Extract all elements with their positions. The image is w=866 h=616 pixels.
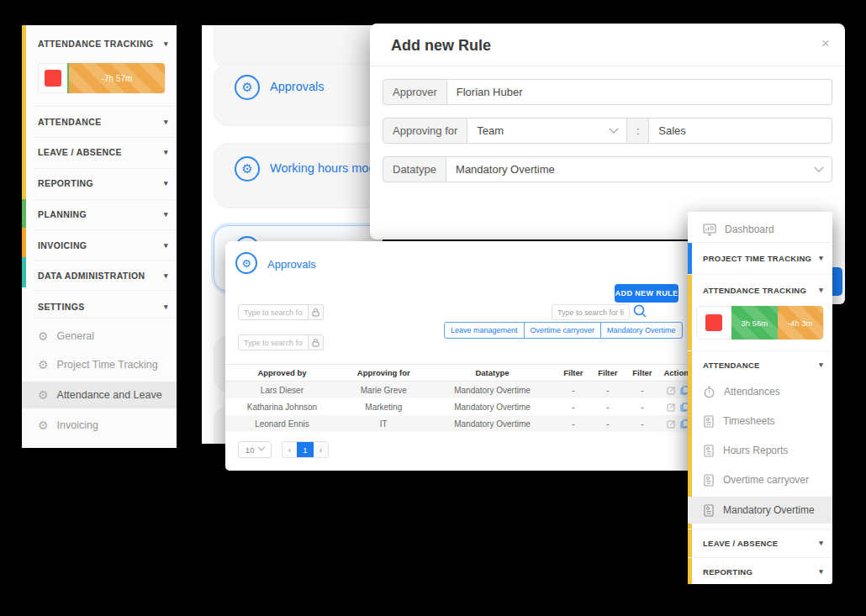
- sidebar-item-reporting[interactable]: REPORTING ▾: [38, 175, 168, 192]
- section-label: ATTENDANCE TRACKING: [703, 286, 806, 295]
- divider: [34, 199, 177, 200]
- strip-data-administration: [22, 257, 26, 287]
- cell-filter: -: [590, 419, 625, 429]
- divider: [34, 290, 177, 291]
- stop-timer-button[interactable]: [705, 314, 722, 331]
- sidebar-item-attendances[interactable]: Attendances: [703, 381, 826, 403]
- sidebar-item-leave-absence[interactable]: LEAVE / ABSENCE ▾: [38, 144, 168, 161]
- sidebar-item-hours-reports[interactable]: Hours Reports: [703, 440, 826, 461]
- document-icon: [703, 415, 715, 428]
- chevron-down-icon: ▾: [819, 361, 823, 369]
- chevron-down-icon: ▾: [164, 148, 168, 156]
- chevron-down-icon: ▾: [164, 210, 168, 218]
- table-row[interactable]: Katharina Johnson Marketing Mandatory Ov…: [225, 398, 698, 415]
- filter-leave-management-button[interactable]: Leave management: [444, 322, 525, 339]
- sidebar-item-leave-absence[interactable]: LEAVE / ABSENCE ▾: [703, 534, 823, 552]
- approver-label: Approver: [383, 79, 447, 105]
- select-value: Team: [477, 124, 504, 137]
- section-label: PLANNING: [38, 209, 87, 219]
- col-filter-3: Filter: [625, 368, 659, 377]
- sidebar-item-attendance-tracking[interactable]: ATTENDANCE TRACKING ▾: [703, 281, 823, 299]
- pager: ‹ 1 ›: [282, 441, 329, 458]
- divider: [688, 557, 832, 558]
- sidebar-item-mandatory-overtime[interactable]: Mandatory Overtime: [688, 497, 832, 524]
- gear-circle-icon: ⚙: [235, 252, 257, 274]
- col-datatype: Datatype: [429, 368, 557, 377]
- card-label: Approvals: [270, 80, 324, 93]
- datatype-select[interactable]: Mandatory Overtime: [446, 156, 832, 182]
- sidebar-item-invoicing-settings[interactable]: ⚙ Invoicing: [22, 413, 177, 437]
- sidebar-item-project-time-tracking[interactable]: PROJECT TIME TRACKING ▾: [703, 249, 823, 267]
- sidebar-item-general[interactable]: ⚙ General: [22, 324, 177, 348]
- approving-for-value-input[interactable]: Sales: [649, 118, 832, 144]
- close-icon[interactable]: ×: [821, 35, 830, 52]
- rules-table: Approved by Approving for Datatype Filte…: [225, 364, 698, 432]
- cell-filter: -: [625, 386, 659, 395]
- sidebar-item-invoicing-section[interactable]: INVOICING ▾: [38, 237, 168, 254]
- approving-for-type-select[interactable]: Team: [467, 118, 627, 144]
- settings-item-label: General: [57, 330, 94, 342]
- settings-card-working-hours[interactable]: ⚙ Working hours mod: [214, 143, 383, 208]
- table-header-row: Approved by Approving for Datatype Filte…: [225, 364, 698, 382]
- search-approver-input[interactable]: [238, 304, 309, 320]
- sidebar-item-data-administration[interactable]: DATA ADMINISTRATION ▾: [38, 267, 168, 284]
- divider: [34, 318, 177, 319]
- section-label: PROJECT TIME TRACKING: [703, 254, 811, 263]
- sidebar-item-attendance[interactable]: ATTENDANCE ▾: [703, 355, 823, 374]
- item-label: Mandatory Overtime: [723, 504, 815, 516]
- sidebar-item-planning[interactable]: PLANNING ▾: [38, 206, 168, 223]
- page-size-select[interactable]: 10: [238, 441, 272, 458]
- next-page-button[interactable]: ›: [314, 442, 328, 457]
- section-label: LEAVE / ABSENCE: [38, 147, 122, 157]
- search-icon[interactable]: [632, 303, 647, 319]
- chevron-down-icon: ▾: [164, 179, 168, 187]
- lock-button[interactable]: [309, 334, 324, 350]
- overtime-bar: -7h 57m: [69, 63, 165, 93]
- lock-button[interactable]: [309, 304, 324, 320]
- divider: [688, 529, 832, 529]
- cell-datatype: Mandatory Overtime: [429, 403, 557, 412]
- add-new-rule-button[interactable]: ADD NEW RULE: [615, 284, 679, 303]
- gear-icon: ⚙: [241, 80, 252, 95]
- sidebar-item-timesheets[interactable]: Timesheets: [703, 410, 826, 432]
- filter-overtime-carryover-button[interactable]: Overtime carryover: [524, 322, 602, 339]
- timer-bars: -7h 57m: [67, 63, 165, 93]
- sidebar-item-attendance-and-leave[interactable]: ⚙ Attendance and Leave: [22, 382, 177, 408]
- pagination: 10 ‹ 1 ›: [238, 441, 329, 458]
- cell-approving-for: IT: [339, 419, 429, 429]
- search-approving-input[interactable]: [238, 334, 309, 350]
- settings-card-approvals[interactable]: ⚙ Approvals: [214, 63, 383, 126]
- edit-icon[interactable]: [667, 386, 676, 395]
- chevron-down-icon: ▾: [819, 539, 823, 547]
- edit-icon[interactable]: [667, 419, 676, 429]
- col-approving-for: Approving for: [339, 368, 429, 377]
- divider: [34, 106, 177, 107]
- cell-filter: -: [556, 419, 590, 429]
- cell-filter: -: [625, 419, 659, 429]
- strip-attendance-tracking: [688, 274, 692, 584]
- sidebar-item-overtime-carryover[interactable]: Overtime carryover: [703, 469, 826, 491]
- filter-mandatory-overtime-button[interactable]: Mandatory Overtime: [600, 322, 683, 339]
- table-row[interactable]: Leonard Ennis IT Mandatory Overtime - - …: [225, 415, 698, 432]
- sidebar-item-attendance[interactable]: ATTENDANCE ▾: [38, 113, 168, 130]
- cell-approving-for: Marie Greve: [339, 386, 429, 395]
- edit-icon[interactable]: [667, 403, 676, 412]
- stop-timer-button[interactable]: [45, 70, 61, 87]
- prev-page-button[interactable]: ‹: [283, 442, 297, 457]
- gear-icon: ⚙: [38, 389, 49, 401]
- sidebar-item-project-time-tracking[interactable]: ⚙ Project Time Tracking: [22, 353, 177, 376]
- search-filter-input[interactable]: [552, 304, 630, 320]
- table-row[interactable]: Lars Dieser Marie Greve Mandatory Overti…: [225, 382, 698, 398]
- chevron-down-icon: [610, 124, 619, 133]
- cell-filter: -: [590, 403, 625, 412]
- sidebar-item-attendance-tracking[interactable]: ATTENDANCE TRACKING ▾: [38, 35, 168, 52]
- current-page-button[interactable]: 1: [297, 442, 314, 457]
- col-filter-2: Filter: [590, 368, 625, 377]
- sidebar-item-settings[interactable]: SETTINGS ▾: [38, 298, 168, 315]
- chevron-down-icon: [814, 162, 823, 171]
- approver-input[interactable]: Florian Huber: [447, 79, 832, 105]
- sidebar-item-dashboard[interactable]: Dashboard: [703, 218, 826, 240]
- chevron-down-icon: ▾: [164, 39, 168, 48]
- sidebar-item-reporting[interactable]: REPORTING ▾: [703, 562, 823, 581]
- cell-approving-for: Marketing: [339, 403, 429, 412]
